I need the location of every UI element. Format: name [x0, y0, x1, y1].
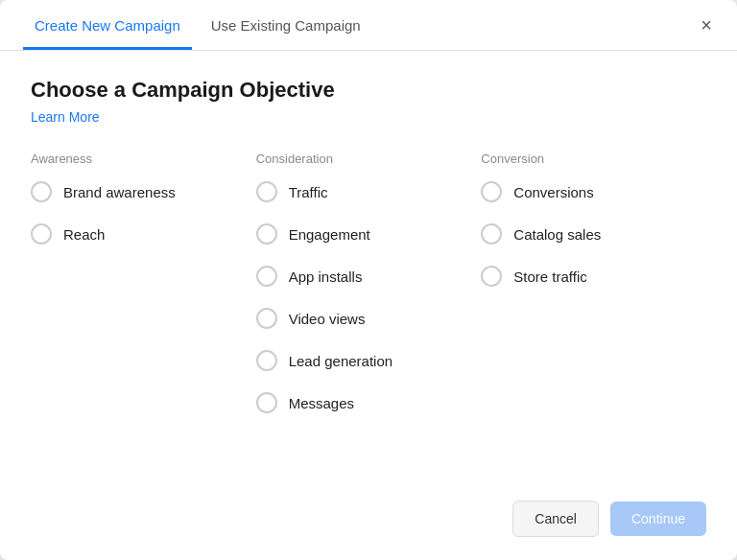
option-brand-awareness[interactable]: Brand awareness: [31, 181, 256, 202]
option-label-engagement: Engagement: [289, 226, 370, 243]
option-label-store-traffic: Store traffic: [513, 268, 586, 285]
radio-brand-awareness[interactable]: [31, 181, 52, 202]
radio-messages[interactable]: [256, 392, 277, 413]
dialog-content: Choose a Campaign Objective Learn More A…: [0, 51, 737, 485]
option-store-traffic[interactable]: Store traffic: [481, 266, 706, 287]
option-app-installs[interactable]: App installs: [256, 266, 482, 287]
option-conversions[interactable]: Conversions: [481, 181, 706, 202]
option-label-app-installs: App installs: [289, 268, 363, 285]
radio-traffic[interactable]: [256, 181, 277, 202]
learn-more-link[interactable]: Learn More: [31, 109, 100, 125]
radio-app-installs[interactable]: [256, 266, 277, 287]
option-messages[interactable]: Messages: [256, 392, 482, 413]
radio-lead-generation[interactable]: [256, 350, 277, 371]
radio-reach[interactable]: [31, 223, 52, 245]
option-engagement[interactable]: Engagement: [256, 223, 482, 245]
tabs-bar: Create New Campaign Use Existing Campaig…: [0, 0, 737, 51]
option-label-traffic: Traffic: [289, 184, 328, 200]
conversion-column: Conversion Conversions Catalog sales Sto…: [481, 152, 706, 434]
option-traffic[interactable]: Traffic: [256, 181, 482, 202]
option-label-lead-generation: Lead generation: [289, 353, 392, 369]
option-label-messages: Messages: [289, 395, 354, 411]
radio-catalog-sales[interactable]: [481, 223, 502, 245]
option-catalog-sales[interactable]: Catalog sales: [481, 223, 706, 245]
option-label-conversions: Conversions: [513, 184, 593, 200]
objective-columns: Awareness Brand awareness Reach Consider…: [31, 152, 706, 434]
radio-video-views[interactable]: [256, 308, 277, 329]
conversion-header: Conversion: [481, 152, 706, 166]
option-label-reach: Reach: [63, 226, 105, 243]
close-button[interactable]: ×: [695, 12, 718, 38]
tab-use-existing[interactable]: Use Existing Campaign: [200, 0, 372, 50]
radio-store-traffic[interactable]: [481, 266, 502, 287]
radio-engagement[interactable]: [256, 223, 277, 245]
consideration-column: Consideration Traffic Engagement App ins…: [256, 152, 482, 434]
option-lead-generation[interactable]: Lead generation: [256, 350, 482, 371]
tab-create-new[interactable]: Create New Campaign: [23, 0, 192, 50]
continue-button[interactable]: Continue: [610, 502, 706, 536]
option-reach[interactable]: Reach: [31, 223, 256, 245]
option-label-video-views: Video views: [289, 311, 366, 327]
dialog-heading: Choose a Campaign Objective: [31, 78, 706, 103]
option-label-catalog-sales: Catalog sales: [513, 226, 601, 243]
consideration-header: Consideration: [256, 152, 482, 166]
dialog-footer: Cancel Continue: [0, 485, 737, 560]
campaign-dialog: Create New Campaign Use Existing Campaig…: [0, 0, 737, 560]
radio-conversions[interactable]: [481, 181, 502, 202]
option-video-views[interactable]: Video views: [256, 308, 482, 329]
cancel-button[interactable]: Cancel: [512, 501, 599, 537]
option-label-brand-awareness: Brand awareness: [63, 184, 176, 200]
awareness-column: Awareness Brand awareness Reach: [31, 152, 256, 434]
awareness-header: Awareness: [31, 152, 256, 166]
